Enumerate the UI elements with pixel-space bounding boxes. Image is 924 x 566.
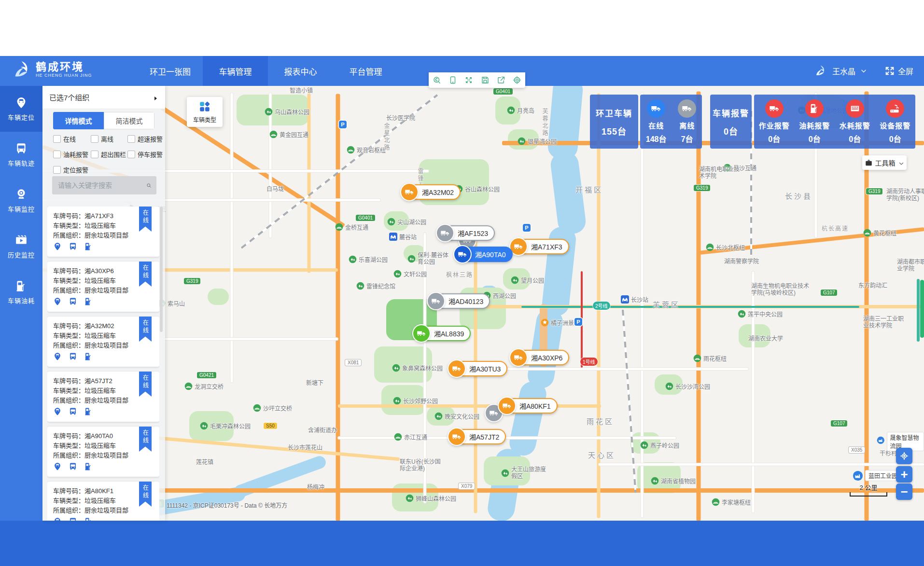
sidebar-item-3[interactable]: 历史监控	[0, 223, 42, 269]
stat-fleet-panel[interactable]: 环卫车辆155台	[590, 95, 638, 149]
zoom-search-icon[interactable]	[433, 76, 441, 84]
stat-column: 在线148台	[646, 99, 667, 144]
vehicle-marker[interactable]: 湘A71XF3	[510, 238, 569, 255]
export-icon[interactable]	[497, 76, 505, 84]
vehicle-card[interactable]: 车牌号码：湘A32M02车辆类型：垃圾压缩车所属组织：厨余垃圾项目部在线	[47, 317, 159, 367]
track-icon[interactable]	[69, 462, 77, 471]
track-icon[interactable]	[69, 352, 77, 361]
checkbox[interactable]	[53, 151, 61, 158]
checkbox[interactable]	[91, 135, 98, 143]
filter-label: 定位报警	[63, 165, 88, 174]
chevron-down-icon[interactable]	[860, 68, 867, 74]
zoom-out-button[interactable]: −	[896, 483, 912, 500]
filter-checkbox-2[interactable]: 超速报警	[127, 134, 163, 143]
fuel-icon[interactable]	[84, 242, 93, 251]
stat-online-panel[interactable]: 在线148台离线7台	[640, 95, 702, 149]
filter-checkbox-0[interactable]: 在线	[53, 134, 91, 143]
filter-checkbox-5[interactable]: 停车报警	[127, 150, 163, 159]
locate-button[interactable]	[896, 448, 912, 464]
vehicle-marker[interactable]: 湘A80KF1	[499, 398, 558, 414]
map-canvas[interactable]: 智造小镇乌山森林公园长沙医学院黄金园互通月亮岛银星湾公园观音岩枢纽星沙互通松雅湖…	[42, 86, 924, 521]
locate-icon[interactable]	[53, 462, 62, 471]
nav-item-1[interactable]: 车辆管理	[203, 56, 268, 86]
locate-icon[interactable]	[53, 407, 62, 416]
nav-item-3[interactable]: 平台管理	[333, 56, 398, 86]
zoom-in-button[interactable]: +	[896, 466, 912, 483]
stat-alarms-panel[interactable]: 作业报警0台油耗报警0台水耗报警0台设备报警0台	[754, 95, 915, 149]
filter-checkbox-6[interactable]: 定位报警	[53, 165, 91, 174]
mode-tab-1[interactable]: 简洁模式	[104, 112, 154, 129]
vehicle-marker[interactable]: 湘A30TU3	[448, 360, 507, 377]
tablet-icon[interactable]	[448, 76, 457, 84]
fuel-icon	[15, 280, 28, 292]
track-icon[interactable]	[69, 407, 77, 416]
save-icon[interactable]	[481, 76, 490, 84]
fuel-icon[interactable]	[84, 517, 93, 521]
search-icon[interactable]	[146, 181, 152, 190]
locate-icon[interactable]	[53, 352, 62, 361]
checkbox[interactable]	[53, 135, 61, 143]
sidebar-item-4[interactable]: 车辆油耗	[0, 269, 42, 315]
sidebar-item-0[interactable]: 车辆定位	[0, 86, 42, 132]
webcam-icon	[15, 188, 28, 201]
vehicle-marker[interactable]: 湘A57JT2	[448, 428, 506, 445]
filter-checkbox-4[interactable]: 超出围栏	[91, 150, 127, 159]
vehicle-marker[interactable]: 湘A90TA0	[454, 246, 513, 262]
vehicle-card[interactable]: 车牌号码：湘A80KF1车辆类型：垃圾压缩车所属组织：厨余垃圾项目部在线	[47, 482, 159, 521]
checkbox[interactable]	[53, 166, 61, 174]
filter-label: 超出围栏	[101, 150, 126, 159]
vehicle-card[interactable]: 车牌号码：湘A71XF3车辆类型：垃圾压缩车所属组织：厨余垃圾项目部在线	[47, 207, 159, 257]
page-scrollbar-thumb[interactable]	[920, 280, 924, 338]
track-icon[interactable]	[69, 297, 77, 306]
map-label: 长沙县	[785, 191, 812, 201]
checkbox[interactable]	[127, 135, 135, 143]
settings-icon[interactable]	[513, 76, 521, 84]
sidebar-item-1[interactable]: 车辆轨迹	[0, 132, 42, 178]
fuel-icon[interactable]	[84, 352, 93, 361]
nav-item-0[interactable]: 环卫一张图	[138, 56, 203, 86]
filter-checkbox-3[interactable]: 油耗报警	[53, 150, 91, 159]
vehicle-marker[interactable]: 湘A30XP6	[510, 349, 569, 366]
mode-tab-0[interactable]: 详情模式	[53, 112, 104, 129]
user-name[interactable]: 王水晶	[832, 65, 855, 77]
vehicle-marker[interactable]: 湘AL8839	[413, 325, 471, 342]
nav-item-2[interactable]: 报表中心	[268, 56, 333, 86]
locate-icon[interactable]	[53, 517, 62, 521]
toolbox-dropdown[interactable]: 工具箱	[862, 155, 907, 170]
road-badge: G107	[831, 420, 847, 427]
panel-scrollbar[interactable]	[160, 207, 163, 332]
fuel-icon[interactable]	[84, 407, 93, 416]
vehicle-type-button[interactable]: 车辆类型	[187, 97, 223, 127]
stat-vehicle-alarm-panel[interactable]: 车辆报警0台	[710, 95, 752, 149]
vehicle-marker[interactable]: 湘AD40123	[428, 293, 490, 309]
fullscreen-button[interactable]: 全屏	[884, 65, 913, 77]
org-selector[interactable]: 已选7个组织	[42, 86, 165, 109]
filter-checkbox-1[interactable]: 离线	[91, 134, 127, 143]
search-input[interactable]	[57, 181, 146, 190]
track-icon[interactable]	[69, 242, 77, 251]
vehicle-marker[interactable]: 湘A32M02	[401, 184, 461, 200]
toolbox-icon	[865, 159, 872, 166]
search-box[interactable]	[52, 176, 156, 194]
fuel-icon[interactable]	[84, 462, 93, 471]
sidebar-item-2[interactable]: 车辆监控	[0, 178, 42, 223]
fuel-icon[interactable]	[84, 297, 93, 306]
track-icon[interactable]	[69, 517, 77, 521]
vehicle-marker[interactable]: 湘AF1523	[437, 225, 495, 241]
stat-col-value: 0台	[889, 133, 901, 144]
water-area	[507, 379, 548, 458]
vehicle-card[interactable]: 车牌号码：湘A90TA0车辆类型：垃圾压缩车所属组织：厨余垃圾项目部在线	[47, 427, 159, 477]
vehicle-card[interactable]: 车牌号码：湘A30XP6车辆类型：垃圾压缩车所属组织：厨余垃圾项目部在线	[47, 262, 159, 312]
map-label: 狮峰山森林公园	[406, 494, 456, 502]
locate-icon[interactable]	[53, 297, 62, 306]
avatar[interactable]	[813, 64, 827, 78]
parking-icon: P	[523, 224, 531, 232]
measure-expand-icon[interactable]	[464, 76, 473, 84]
road-badge: G319	[866, 188, 882, 194]
checkbox[interactable]	[127, 151, 135, 158]
checkbox[interactable]	[91, 151, 98, 158]
map-label: 长沙沙湾公园	[665, 382, 710, 390]
locate-icon[interactable]	[53, 242, 62, 251]
vehicle-card[interactable]: 车牌号码：湘A57JT2车辆类型：垃圾压缩车所属组织：厨余垃圾项目部在线	[47, 372, 159, 422]
map-label: 芙蓉区	[653, 299, 680, 309]
